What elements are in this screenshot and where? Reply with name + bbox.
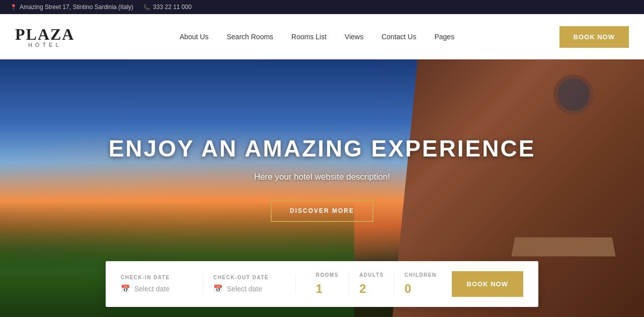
checkout-calendar-icon: 📅 (213, 284, 223, 293)
checkout-input-text[interactable]: Select date (227, 285, 262, 293)
discover-more-button[interactable]: DISCOVER MORE (271, 200, 373, 222)
checkout-input-row[interactable]: 📅 Select date (213, 284, 285, 293)
checkin-input-text[interactable]: Select date (134, 285, 170, 293)
header-book-now-button[interactable]: BOOK NOW (559, 26, 629, 48)
adults-field: ADULTS 2 (349, 272, 394, 296)
adults-label: ADULTS (359, 272, 384, 278)
checkin-label: CHECK-IN DATE (121, 275, 193, 280)
children-value[interactable]: 0 (405, 282, 437, 296)
booking-bar: CHECK-IN DATE 📅 Select date CHECK-OUT DA… (106, 261, 538, 307)
checkin-calendar-icon: 📅 (121, 284, 130, 293)
location-icon: 📍 (10, 4, 17, 11)
phone-item: 📞 333 22 11 000 (143, 4, 192, 11)
hero-subtitle: Here your hotel website description! (109, 172, 536, 182)
hero-section: ENJOY AN AMAZING EXPERIENCE Here your ho… (0, 59, 644, 317)
nav-contact-us[interactable]: Contact Us (372, 14, 425, 59)
building-awning (511, 237, 615, 257)
phone-text: 333 22 11 000 (153, 4, 192, 11)
children-label: CHILDREN (405, 272, 437, 278)
top-bar: 📍 Amazing Street 17, Stintino Sardinia (… (0, 0, 644, 14)
main-nav: About Us Search Rooms Rooms List Views C… (171, 14, 463, 59)
nav-about-us[interactable]: About Us (171, 14, 218, 59)
rooms-value[interactable]: 1 (316, 282, 339, 296)
rooms-field: ROOMS 1 (306, 272, 349, 296)
nav-pages[interactable]: Pages (425, 14, 463, 59)
checkin-input-row[interactable]: 📅 Select date (121, 284, 193, 293)
checkin-field: CHECK-IN DATE 📅 Select date (121, 275, 203, 293)
nav-rooms-list[interactable]: Rooms List (282, 14, 336, 59)
booking-book-now-button[interactable]: BOOK NOW (452, 271, 523, 297)
children-field: CHILDREN 0 (394, 272, 447, 296)
checkout-label: CHECK-OUT DATE (213, 275, 285, 280)
nav-search-rooms[interactable]: Search Rooms (217, 14, 282, 59)
address-text: Amazing Street 17, Stintino Sardinia (It… (20, 4, 133, 11)
phone-icon: 📞 (143, 4, 150, 11)
hero-content: ENJOY AN AMAZING EXPERIENCE Here your ho… (109, 135, 536, 222)
logo: PLAZA HOTEL (15, 26, 74, 48)
nav-views[interactable]: Views (336, 14, 372, 59)
header: PLAZA HOTEL About Us Search Rooms Rooms … (0, 14, 644, 59)
checkout-field: CHECK-OUT DATE 📅 Select date (213, 275, 296, 293)
logo-hotel: HOTEL (15, 42, 74, 48)
address-item: 📍 Amazing Street 17, Stintino Sardinia (… (10, 4, 133, 11)
adults-value[interactable]: 2 (359, 282, 384, 296)
building-window (553, 74, 594, 115)
rooms-label: ROOMS (316, 272, 339, 278)
logo-plaza: PLAZA (15, 26, 74, 42)
hero-title: ENJOY AN AMAZING EXPERIENCE (109, 135, 536, 162)
